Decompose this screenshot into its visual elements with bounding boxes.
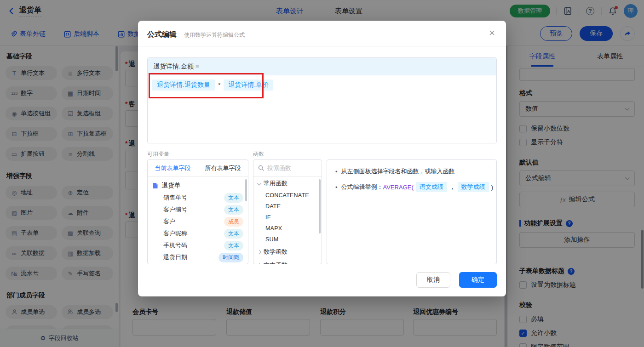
function-sum[interactable]: SUM bbox=[253, 234, 322, 245]
chevron-right-icon bbox=[257, 250, 262, 254]
function-search[interactable] bbox=[253, 160, 322, 176]
function-group-common[interactable]: 常用函数 bbox=[253, 176, 322, 190]
modal-header-divider bbox=[138, 46, 506, 46]
chevron-right-icon bbox=[257, 263, 262, 264]
variables-scrollbar-thumb[interactable] bbox=[245, 179, 247, 201]
example-chip: 语文成绩 bbox=[416, 182, 447, 192]
confirm-button[interactable]: 确定 bbox=[459, 272, 497, 288]
functions-label: 函数 bbox=[253, 150, 264, 158]
variables-label: 可用变量 bbox=[147, 150, 169, 158]
document-icon bbox=[152, 182, 158, 189]
type-badge: 文本 bbox=[224, 205, 243, 215]
variable-row-customer[interactable]: 客户成员 bbox=[148, 216, 248, 228]
cancel-button[interactable]: 取消 bbox=[416, 272, 450, 288]
example-chip: 数学成绩 bbox=[458, 182, 489, 192]
variables-tree-root[interactable]: 退货单 bbox=[148, 180, 248, 192]
average-function-text: AVERAGE( bbox=[383, 184, 414, 191]
close-icon[interactable]: × bbox=[489, 28, 495, 38]
function-if[interactable]: IF bbox=[253, 212, 322, 223]
red-annotation-box bbox=[149, 73, 264, 98]
function-group-math[interactable]: 数学函数 bbox=[253, 245, 322, 258]
modal-subtitle: 使用数学运算符编辑公式 bbox=[184, 31, 245, 39]
function-search-input[interactable] bbox=[267, 165, 313, 171]
functions-scrollbar-thumb[interactable] bbox=[319, 179, 321, 233]
function-group-text[interactable]: 文本函数 bbox=[253, 258, 322, 264]
formula-edit-modal: 公式编辑 使用数学运算符编辑公式 × 退货详情.金额 = 退货详情.退货数量 *… bbox=[138, 21, 506, 296]
variable-row-sales-no[interactable]: 销售单号文本 bbox=[148, 192, 248, 204]
type-badge: 成员 bbox=[224, 217, 243, 227]
formula-editor[interactable]: 退货详情.金额 = 退货详情.退货数量 * 退货详情.单价 bbox=[147, 57, 497, 143]
variable-row-customer-no[interactable]: 客户编号文本 bbox=[148, 204, 248, 216]
help-line-1: •从左侧面板选择字段名和函数，或输入函数 bbox=[334, 167, 490, 176]
type-badge: 文本 bbox=[224, 229, 243, 239]
help-line-2: • 公式编辑举例： AVERAGE( 语文成绩 ， 数学成绩 ) bbox=[334, 182, 490, 192]
type-badge: 文本 bbox=[224, 193, 243, 203]
search-icon bbox=[258, 165, 264, 171]
type-badge: 时间戳 bbox=[218, 253, 243, 262]
function-concatenate[interactable]: CONCATENATE bbox=[253, 190, 322, 201]
modal-title: 公式编辑 bbox=[147, 30, 177, 40]
formula-help-panel: •从左侧面板选择字段名和函数，或输入函数 • 公式编辑举例： AVERAGE( … bbox=[327, 159, 497, 264]
function-date[interactable]: DATE bbox=[253, 201, 322, 212]
type-badge: 文本 bbox=[224, 241, 243, 250]
functions-panel: 常用函数 CONCATENATE DATE IF MAPX SUM 数学函数 文… bbox=[253, 159, 322, 264]
function-mapx[interactable]: MAPX bbox=[253, 223, 322, 234]
chevron-down-icon bbox=[257, 181, 262, 185]
tab-all-form-fields[interactable]: 所有表单字段 bbox=[198, 160, 248, 176]
variable-row-nickname[interactable]: 客户昵称文本 bbox=[148, 228, 248, 239]
variables-panel: 当前表单字段 所有表单字段 退货单 销售单号文本 客户编号文本 客户成员 客户昵… bbox=[147, 159, 248, 264]
tab-current-form-fields[interactable]: 当前表单字段 bbox=[148, 160, 198, 176]
variable-row-phone[interactable]: 手机号码文本 bbox=[148, 239, 248, 251]
variable-row-return-date[interactable]: 退货日期时间戳 bbox=[148, 251, 248, 263]
